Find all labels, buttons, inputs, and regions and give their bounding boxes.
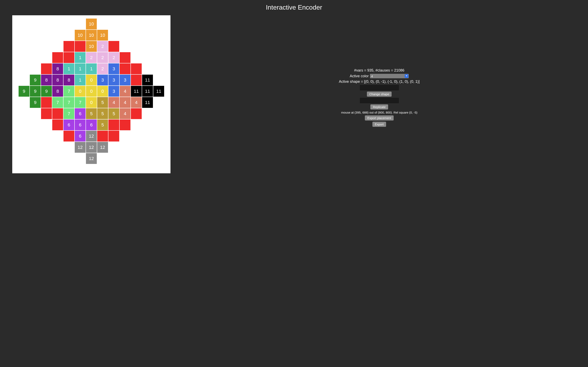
grid-cell[interactable] (63, 52, 75, 63)
grid-cell[interactable]: 12 (97, 142, 108, 153)
grid-cell[interactable]: 11 (142, 97, 153, 108)
grid-cell[interactable] (120, 63, 131, 75)
grid-cell[interactable]: 7 (63, 108, 75, 119)
export-button[interactable]: Export (372, 122, 386, 127)
grid-cell[interactable]: 0 (97, 86, 108, 97)
grid-cell[interactable]: 6 (75, 119, 86, 131)
grid-cell[interactable]: 8 (52, 86, 63, 97)
grid-cell[interactable]: 6 (63, 119, 75, 131)
grid-cell[interactable]: 8 (52, 75, 63, 86)
grid-cell[interactable] (41, 63, 52, 75)
grid-cell[interactable] (41, 108, 52, 119)
grid-cell[interactable] (120, 52, 131, 63)
grid-cell[interactable] (75, 41, 86, 52)
replicate-input[interactable] (360, 98, 399, 103)
grid-cell[interactable]: 9 (30, 86, 41, 97)
grid-cell[interactable]: 10 (75, 30, 86, 41)
grid-cell[interactable]: 1 (75, 63, 86, 75)
grid-cell[interactable]: 7 (75, 97, 86, 108)
stats-text: #vars = 935, #clauses = 21086 (354, 68, 404, 73)
grid-cell[interactable]: 2 (97, 41, 108, 52)
change-shape-button[interactable]: Change shape (367, 92, 392, 97)
grid-cell[interactable] (131, 63, 142, 75)
grid-cell[interactable]: 12 (86, 131, 97, 142)
grid-cell[interactable]: 11 (131, 86, 142, 97)
grid-cell[interactable] (52, 52, 63, 63)
grid-cell[interactable]: 7 (63, 97, 75, 108)
grid-cell[interactable]: 4 (120, 86, 131, 97)
grid-cell[interactable]: 6 (75, 131, 86, 142)
grid-cell[interactable]: 8 (63, 75, 75, 86)
grid-cell[interactable]: 4 (120, 108, 131, 119)
grid-cell[interactable]: 1 (75, 75, 86, 86)
grid-cell[interactable]: 12 (86, 153, 97, 164)
shape-input[interactable] (360, 85, 399, 90)
grid-cell[interactable]: 2 (108, 52, 120, 63)
grid-cell[interactable]: 3 (108, 63, 120, 75)
grid-cell[interactable]: 5 (97, 108, 108, 119)
grid-cell[interactable]: 7 (52, 97, 63, 108)
grid-cell[interactable]: 6 (86, 119, 97, 131)
grid-cell[interactable]: 11 (142, 86, 153, 97)
grid-cell[interactable] (97, 131, 108, 142)
grid-cell[interactable]: 11 (153, 86, 164, 97)
grid-cell[interactable]: 0 (86, 75, 97, 86)
grid-cell[interactable]: 8 (41, 75, 52, 86)
grid-cell[interactable]: 4 (108, 97, 120, 108)
grid-cell[interactable]: 7 (63, 86, 75, 97)
grid-cell[interactable]: 9 (30, 97, 41, 108)
grid-cell[interactable] (108, 119, 120, 131)
grid-cell[interactable]: 9 (18, 86, 30, 97)
active-shape-text: Active shape = [(0, 0), (0, -1), (-1, 0)… (339, 80, 420, 84)
grid-cell[interactable]: 10 (86, 41, 97, 52)
grid-cell[interactable]: 0 (86, 86, 97, 97)
grid-cell[interactable] (108, 41, 120, 52)
grid-cell[interactable] (41, 97, 52, 108)
page-title: Interactive Encoder (266, 4, 322, 11)
grid-cell[interactable] (63, 131, 75, 142)
grid-cell[interactable]: 4 (120, 97, 131, 108)
grid-cell[interactable]: 12 (75, 142, 86, 153)
grid-cell[interactable]: 3 (97, 75, 108, 86)
grid-cell[interactable]: 5 (108, 108, 120, 119)
replicate-button[interactable]: Replicate (370, 104, 388, 109)
grid-cell[interactable]: 6 (75, 108, 86, 119)
grid-cell[interactable] (63, 41, 75, 52)
grid-cell[interactable]: 0 (75, 86, 86, 97)
grid-cell[interactable] (52, 108, 63, 119)
active-color-select[interactable]: 4 (370, 74, 409, 78)
grid-cell[interactable] (52, 119, 63, 131)
grid-cell[interactable]: 2 (86, 52, 97, 63)
grid-cell[interactable] (108, 131, 120, 142)
grid-cell[interactable]: 3 (108, 86, 120, 97)
grid-cell[interactable]: 10 (86, 18, 97, 30)
grid-cell[interactable]: 4 (131, 97, 142, 108)
grid-cell[interactable]: 9 (41, 86, 52, 97)
active-color-label: Active color (350, 74, 369, 78)
grid-cell[interactable]: 5 (97, 97, 108, 108)
grid-cell[interactable]: 3 (108, 75, 120, 86)
grid-cell[interactable]: 2 (97, 52, 108, 63)
encoder-canvas[interactable]: 1010101010212228111239888103331199987000… (12, 15, 171, 173)
grid-cell[interactable]: 8 (52, 63, 63, 75)
export-placement-button[interactable]: Export placement (365, 115, 394, 120)
grid-cell[interactable]: 12 (86, 142, 97, 153)
grid-cell[interactable]: 2 (97, 63, 108, 75)
grid-cell[interactable]: 10 (86, 30, 97, 41)
grid-cell[interactable]: 1 (75, 52, 86, 63)
grid-cell[interactable]: 11 (142, 75, 153, 86)
grid-cell[interactable]: 1 (86, 63, 97, 75)
grid-cell[interactable]: 10 (97, 30, 108, 41)
grid-cell[interactable] (131, 75, 142, 86)
grid-cell[interactable] (120, 119, 131, 131)
grid-cell[interactable]: 0 (86, 97, 97, 108)
grid-cell[interactable]: 5 (97, 119, 108, 131)
grid-cell[interactable] (131, 108, 142, 119)
control-sidebar: #vars = 935, #clauses = 21086 Active col… (171, 68, 588, 127)
grid-cell[interactable]: 5 (86, 108, 97, 119)
grid-cell[interactable]: 1 (63, 63, 75, 75)
grid-cell[interactable]: 3 (120, 75, 131, 86)
mouse-status-text: mouse at (395, 688) out of (800, 800). R… (341, 111, 417, 114)
grid-cell[interactable]: 9 (30, 75, 41, 86)
